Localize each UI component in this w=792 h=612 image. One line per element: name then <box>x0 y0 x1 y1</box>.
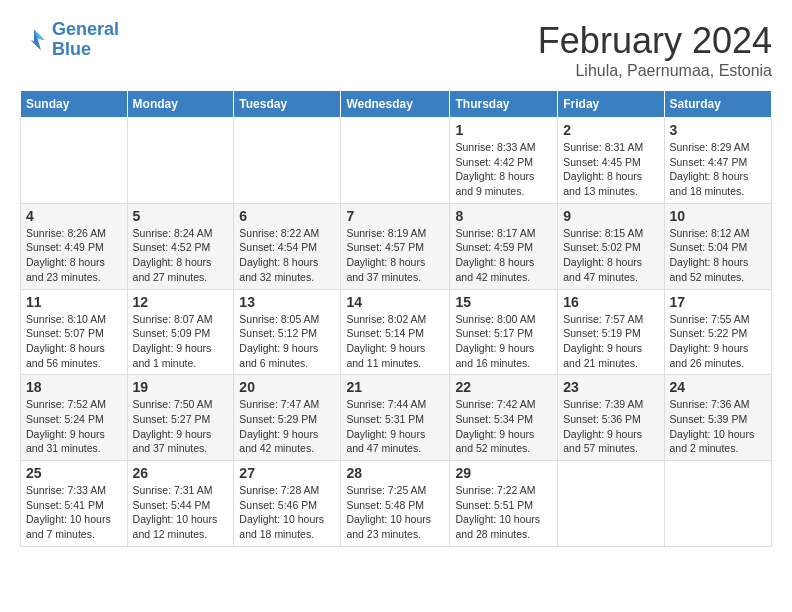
day-number: 13 <box>239 294 335 310</box>
day-cell: 2Sunrise: 8:31 AM Sunset: 4:45 PM Daylig… <box>558 118 664 204</box>
day-cell: 6Sunrise: 8:22 AM Sunset: 4:54 PM Daylig… <box>234 203 341 289</box>
day-info: Sunrise: 7:28 AM Sunset: 5:46 PM Dayligh… <box>239 483 335 542</box>
day-number: 19 <box>133 379 229 395</box>
day-cell <box>341 118 450 204</box>
day-cell: 11Sunrise: 8:10 AM Sunset: 5:07 PM Dayli… <box>21 289 128 375</box>
day-cell: 29Sunrise: 7:22 AM Sunset: 5:51 PM Dayli… <box>450 461 558 547</box>
day-info: Sunrise: 8:31 AM Sunset: 4:45 PM Dayligh… <box>563 140 658 199</box>
day-cell: 7Sunrise: 8:19 AM Sunset: 4:57 PM Daylig… <box>341 203 450 289</box>
day-number: 22 <box>455 379 552 395</box>
day-cell <box>664 461 772 547</box>
calendar-header-row: SundayMondayTuesdayWednesdayThursdayFrid… <box>21 91 772 118</box>
day-info: Sunrise: 7:36 AM Sunset: 5:39 PM Dayligh… <box>670 397 767 456</box>
day-cell: 1Sunrise: 8:33 AM Sunset: 4:42 PM Daylig… <box>450 118 558 204</box>
week-row-2: 11Sunrise: 8:10 AM Sunset: 5:07 PM Dayli… <box>21 289 772 375</box>
day-cell: 13Sunrise: 8:05 AM Sunset: 5:12 PM Dayli… <box>234 289 341 375</box>
day-number: 2 <box>563 122 658 138</box>
col-header-wednesday: Wednesday <box>341 91 450 118</box>
day-info: Sunrise: 7:44 AM Sunset: 5:31 PM Dayligh… <box>346 397 444 456</box>
location-subtitle: Lihula, Paernumaa, Estonia <box>538 62 772 80</box>
day-number: 9 <box>563 208 658 224</box>
day-info: Sunrise: 7:31 AM Sunset: 5:44 PM Dayligh… <box>133 483 229 542</box>
day-number: 25 <box>26 465 122 481</box>
day-cell <box>127 118 234 204</box>
page-header: General Blue February 2024 Lihula, Paern… <box>20 20 772 80</box>
month-title: February 2024 <box>538 20 772 62</box>
day-cell: 14Sunrise: 8:02 AM Sunset: 5:14 PM Dayli… <box>341 289 450 375</box>
day-number: 1 <box>455 122 552 138</box>
day-info: Sunrise: 7:25 AM Sunset: 5:48 PM Dayligh… <box>346 483 444 542</box>
day-info: Sunrise: 8:07 AM Sunset: 5:09 PM Dayligh… <box>133 312 229 371</box>
day-number: 3 <box>670 122 767 138</box>
day-number: 11 <box>26 294 122 310</box>
day-cell: 20Sunrise: 7:47 AM Sunset: 5:29 PM Dayli… <box>234 375 341 461</box>
day-cell: 24Sunrise: 7:36 AM Sunset: 5:39 PM Dayli… <box>664 375 772 461</box>
col-header-friday: Friday <box>558 91 664 118</box>
day-info: Sunrise: 8:10 AM Sunset: 5:07 PM Dayligh… <box>26 312 122 371</box>
day-cell: 18Sunrise: 7:52 AM Sunset: 5:24 PM Dayli… <box>21 375 128 461</box>
day-cell <box>21 118 128 204</box>
day-cell: 3Sunrise: 8:29 AM Sunset: 4:47 PM Daylig… <box>664 118 772 204</box>
day-cell: 27Sunrise: 7:28 AM Sunset: 5:46 PM Dayli… <box>234 461 341 547</box>
day-cell: 26Sunrise: 7:31 AM Sunset: 5:44 PM Dayli… <box>127 461 234 547</box>
day-info: Sunrise: 7:42 AM Sunset: 5:34 PM Dayligh… <box>455 397 552 456</box>
day-cell <box>234 118 341 204</box>
col-header-thursday: Thursday <box>450 91 558 118</box>
day-number: 29 <box>455 465 552 481</box>
day-info: Sunrise: 7:50 AM Sunset: 5:27 PM Dayligh… <box>133 397 229 456</box>
day-number: 24 <box>670 379 767 395</box>
day-info: Sunrise: 8:05 AM Sunset: 5:12 PM Dayligh… <box>239 312 335 371</box>
week-row-4: 25Sunrise: 7:33 AM Sunset: 5:41 PM Dayli… <box>21 461 772 547</box>
day-info: Sunrise: 7:52 AM Sunset: 5:24 PM Dayligh… <box>26 397 122 456</box>
day-number: 6 <box>239 208 335 224</box>
day-info: Sunrise: 7:55 AM Sunset: 5:22 PM Dayligh… <box>670 312 767 371</box>
day-number: 18 <box>26 379 122 395</box>
calendar-body: 1Sunrise: 8:33 AM Sunset: 4:42 PM Daylig… <box>21 118 772 547</box>
day-number: 26 <box>133 465 229 481</box>
day-cell: 23Sunrise: 7:39 AM Sunset: 5:36 PM Dayli… <box>558 375 664 461</box>
day-cell: 4Sunrise: 8:26 AM Sunset: 4:49 PM Daylig… <box>21 203 128 289</box>
day-number: 27 <box>239 465 335 481</box>
day-info: Sunrise: 8:26 AM Sunset: 4:49 PM Dayligh… <box>26 226 122 285</box>
day-cell: 21Sunrise: 7:44 AM Sunset: 5:31 PM Dayli… <box>341 375 450 461</box>
day-cell: 5Sunrise: 8:24 AM Sunset: 4:52 PM Daylig… <box>127 203 234 289</box>
day-cell: 19Sunrise: 7:50 AM Sunset: 5:27 PM Dayli… <box>127 375 234 461</box>
logo: General Blue <box>20 20 119 60</box>
title-block: February 2024 Lihula, Paernumaa, Estonia <box>538 20 772 80</box>
logo-line2: Blue <box>52 39 91 59</box>
day-cell <box>558 461 664 547</box>
day-cell: 22Sunrise: 7:42 AM Sunset: 5:34 PM Dayli… <box>450 375 558 461</box>
day-number: 23 <box>563 379 658 395</box>
day-number: 7 <box>346 208 444 224</box>
day-info: Sunrise: 8:02 AM Sunset: 5:14 PM Dayligh… <box>346 312 444 371</box>
day-number: 10 <box>670 208 767 224</box>
day-info: Sunrise: 7:57 AM Sunset: 5:19 PM Dayligh… <box>563 312 658 371</box>
day-number: 20 <box>239 379 335 395</box>
svg-marker-0 <box>31 29 45 50</box>
col-header-saturday: Saturday <box>664 91 772 118</box>
day-number: 8 <box>455 208 552 224</box>
calendar-table: SundayMondayTuesdayWednesdayThursdayFrid… <box>20 90 772 547</box>
col-header-tuesday: Tuesday <box>234 91 341 118</box>
day-info: Sunrise: 8:19 AM Sunset: 4:57 PM Dayligh… <box>346 226 444 285</box>
logo-line1: General <box>52 19 119 39</box>
day-cell: 10Sunrise: 8:12 AM Sunset: 5:04 PM Dayli… <box>664 203 772 289</box>
day-info: Sunrise: 8:29 AM Sunset: 4:47 PM Dayligh… <box>670 140 767 199</box>
day-cell: 12Sunrise: 8:07 AM Sunset: 5:09 PM Dayli… <box>127 289 234 375</box>
day-number: 21 <box>346 379 444 395</box>
week-row-0: 1Sunrise: 8:33 AM Sunset: 4:42 PM Daylig… <box>21 118 772 204</box>
day-number: 5 <box>133 208 229 224</box>
day-number: 12 <box>133 294 229 310</box>
day-cell: 28Sunrise: 7:25 AM Sunset: 5:48 PM Dayli… <box>341 461 450 547</box>
logo-bird-icon <box>20 26 48 54</box>
day-info: Sunrise: 8:33 AM Sunset: 4:42 PM Dayligh… <box>455 140 552 199</box>
day-number: 15 <box>455 294 552 310</box>
day-info: Sunrise: 8:24 AM Sunset: 4:52 PM Dayligh… <box>133 226 229 285</box>
logo-text: General Blue <box>52 20 119 60</box>
day-info: Sunrise: 8:00 AM Sunset: 5:17 PM Dayligh… <box>455 312 552 371</box>
day-info: Sunrise: 8:22 AM Sunset: 4:54 PM Dayligh… <box>239 226 335 285</box>
col-header-sunday: Sunday <box>21 91 128 118</box>
day-number: 17 <box>670 294 767 310</box>
week-row-3: 18Sunrise: 7:52 AM Sunset: 5:24 PM Dayli… <box>21 375 772 461</box>
day-cell: 9Sunrise: 8:15 AM Sunset: 5:02 PM Daylig… <box>558 203 664 289</box>
